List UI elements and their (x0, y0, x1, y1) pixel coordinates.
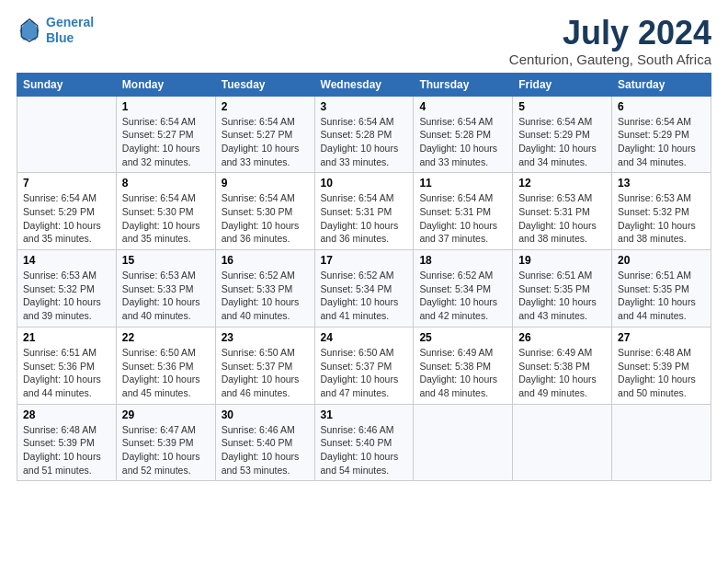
cell-3-1: 14Sunrise: 6:53 AMSunset: 5:32 PMDayligh… (17, 250, 117, 327)
cell-details: Sunrise: 6:49 AMSunset: 5:38 PMDaylight:… (419, 346, 506, 400)
sunset-text: Sunset: 5:32 PM (618, 205, 705, 219)
daylight-text: Daylight: 10 hoursand 44 minutes. (23, 373, 110, 399)
sunset-text: Sunset: 5:31 PM (419, 205, 506, 219)
cell-details: Sunrise: 6:48 AMSunset: 5:39 PMDaylight:… (618, 346, 705, 400)
sunrise-text: Sunrise: 6:48 AM (23, 423, 110, 437)
cell-1-5: 4Sunrise: 6:54 AMSunset: 5:28 PMDaylight… (414, 96, 513, 173)
daylight-text: Daylight: 10 hoursand 43 minutes. (518, 295, 606, 322)
logo-line2: Blue (46, 30, 74, 45)
sunrise-text: Sunrise: 6:53 AM (122, 269, 210, 282)
date-number: 10 (321, 177, 408, 190)
date-number: 11 (419, 177, 506, 190)
cell-details: Sunrise: 6:52 AMSunset: 5:33 PMDaylight:… (222, 269, 309, 323)
daylight-text: Daylight: 10 hoursand 52 minutes. (122, 450, 210, 477)
date-number: 2 (222, 100, 309, 113)
date-number: 20 (618, 254, 705, 267)
cell-details: Sunrise: 6:54 AMSunset: 5:30 PMDaylight:… (122, 191, 210, 246)
date-number: 18 (419, 254, 506, 267)
cell-5-4: 31Sunrise: 6:46 AMSunset: 5:40 PMDayligh… (314, 404, 414, 481)
daylight-text: Daylight: 10 hoursand 40 minutes. (222, 295, 309, 322)
sunrise-text: Sunrise: 6:46 AM (222, 423, 309, 437)
col-header-wednesday: Wednesday (314, 73, 414, 96)
sunset-text: Sunset: 5:29 PM (518, 128, 606, 142)
sunrise-text: Sunrise: 6:54 AM (618, 115, 705, 129)
calendar-table: SundayMondayTuesdayWednesdayThursdayFrid… (17, 73, 711, 482)
daylight-text: Daylight: 10 hoursand 41 minutes. (321, 295, 408, 322)
cell-4-6: 26Sunrise: 6:49 AMSunset: 5:38 PMDayligh… (513, 327, 612, 404)
cell-5-6 (513, 404, 612, 481)
cell-details: Sunrise: 6:52 AMSunset: 5:34 PMDaylight:… (419, 269, 506, 323)
sunset-text: Sunset: 5:29 PM (618, 128, 705, 142)
date-number: 6 (618, 100, 705, 113)
cell-details: Sunrise: 6:53 AMSunset: 5:32 PMDaylight:… (618, 191, 705, 246)
sunrise-text: Sunrise: 6:53 AM (518, 191, 606, 205)
cell-details: Sunrise: 6:53 AMSunset: 5:32 PMDaylight:… (23, 269, 110, 323)
date-number: 24 (321, 331, 408, 344)
date-number: 5 (518, 100, 606, 113)
daylight-text: Daylight: 10 hoursand 40 minutes. (122, 295, 210, 322)
sunrise-text: Sunrise: 6:49 AM (518, 346, 606, 360)
week-row-5: 28Sunrise: 6:48 AMSunset: 5:39 PMDayligh… (17, 404, 711, 481)
cell-details: Sunrise: 6:53 AMSunset: 5:31 PMDaylight:… (518, 191, 606, 246)
sunrise-text: Sunrise: 6:54 AM (122, 115, 210, 129)
cell-details: Sunrise: 6:48 AMSunset: 5:39 PMDaylight:… (23, 423, 110, 477)
sunrise-text: Sunrise: 6:54 AM (222, 115, 309, 129)
daylight-text: Daylight: 10 hoursand 37 minutes. (419, 219, 506, 246)
cell-4-4: 24Sunrise: 6:50 AMSunset: 5:37 PMDayligh… (314, 327, 414, 404)
sunrise-text: Sunrise: 6:54 AM (23, 191, 110, 205)
cell-details: Sunrise: 6:50 AMSunset: 5:37 PMDaylight:… (222, 346, 309, 400)
cell-3-5: 18Sunrise: 6:52 AMSunset: 5:34 PMDayligh… (414, 250, 513, 327)
sunset-text: Sunset: 5:31 PM (321, 205, 408, 219)
date-number: 23 (222, 331, 309, 344)
date-number: 31 (321, 408, 408, 421)
sunrise-text: Sunrise: 6:54 AM (321, 115, 408, 129)
cell-3-7: 20Sunrise: 6:51 AMSunset: 5:35 PMDayligh… (612, 250, 711, 327)
cell-1-2: 1Sunrise: 6:54 AMSunset: 5:27 PMDaylight… (116, 96, 215, 173)
sunset-text: Sunset: 5:32 PM (23, 282, 110, 296)
date-number: 29 (122, 408, 210, 421)
sunset-text: Sunset: 5:34 PM (419, 282, 506, 296)
daylight-text: Daylight: 10 hoursand 44 minutes. (618, 295, 705, 322)
daylight-text: Daylight: 10 hoursand 36 minutes. (222, 219, 309, 246)
cell-1-4: 3Sunrise: 6:54 AMSunset: 5:28 PMDaylight… (314, 96, 414, 173)
date-number: 13 (618, 177, 705, 190)
main-title: July 2024 (509, 15, 711, 52)
cell-3-6: 19Sunrise: 6:51 AMSunset: 5:35 PMDayligh… (513, 250, 612, 327)
sunrise-text: Sunrise: 6:52 AM (321, 269, 408, 282)
daylight-text: Daylight: 10 hoursand 47 minutes. (321, 373, 408, 399)
cell-details: Sunrise: 6:51 AMSunset: 5:36 PMDaylight:… (23, 346, 110, 400)
sunset-text: Sunset: 5:38 PM (419, 360, 506, 373)
cell-2-6: 12Sunrise: 6:53 AMSunset: 5:31 PMDayligh… (513, 173, 612, 250)
date-number: 14 (23, 254, 110, 267)
date-number: 26 (518, 331, 606, 344)
sunrise-text: Sunrise: 6:50 AM (122, 346, 210, 360)
cell-details: Sunrise: 6:54 AMSunset: 5:29 PMDaylight:… (23, 191, 110, 246)
calendar-page: General Blue July 2024 Centurion, Gauten… (0, 0, 728, 563)
daylight-text: Daylight: 10 hoursand 51 minutes. (23, 450, 110, 477)
sunrise-text: Sunrise: 6:49 AM (419, 346, 506, 360)
sunrise-text: Sunrise: 6:54 AM (321, 191, 408, 205)
cell-details: Sunrise: 6:53 AMSunset: 5:33 PMDaylight:… (122, 269, 210, 323)
date-number: 4 (419, 100, 506, 113)
date-number: 21 (23, 331, 110, 344)
sunrise-text: Sunrise: 6:54 AM (419, 115, 506, 129)
daylight-text: Daylight: 10 hoursand 32 minutes. (122, 142, 210, 168)
sunrise-text: Sunrise: 6:53 AM (618, 191, 705, 205)
date-number: 30 (222, 408, 309, 421)
sunrise-text: Sunrise: 6:52 AM (222, 269, 309, 282)
week-row-1: 1Sunrise: 6:54 AMSunset: 5:27 PMDaylight… (17, 96, 711, 173)
col-header-friday: Friday (513, 73, 612, 96)
sunrise-text: Sunrise: 6:54 AM (419, 191, 506, 205)
date-number: 27 (618, 331, 705, 344)
date-number: 7 (23, 177, 110, 190)
date-number: 28 (23, 408, 110, 421)
col-header-tuesday: Tuesday (215, 73, 314, 96)
daylight-text: Daylight: 10 hoursand 53 minutes. (222, 450, 309, 477)
cell-2-1: 7Sunrise: 6:54 AMSunset: 5:29 PMDaylight… (17, 173, 117, 250)
cell-details: Sunrise: 6:49 AMSunset: 5:38 PMDaylight:… (518, 346, 606, 400)
sunset-text: Sunset: 5:37 PM (321, 360, 408, 373)
date-number: 16 (222, 254, 309, 267)
daylight-text: Daylight: 10 hoursand 36 minutes. (321, 219, 408, 246)
header: General Blue July 2024 Centurion, Gauten… (17, 15, 711, 67)
daylight-text: Daylight: 10 hoursand 39 minutes. (23, 295, 110, 322)
